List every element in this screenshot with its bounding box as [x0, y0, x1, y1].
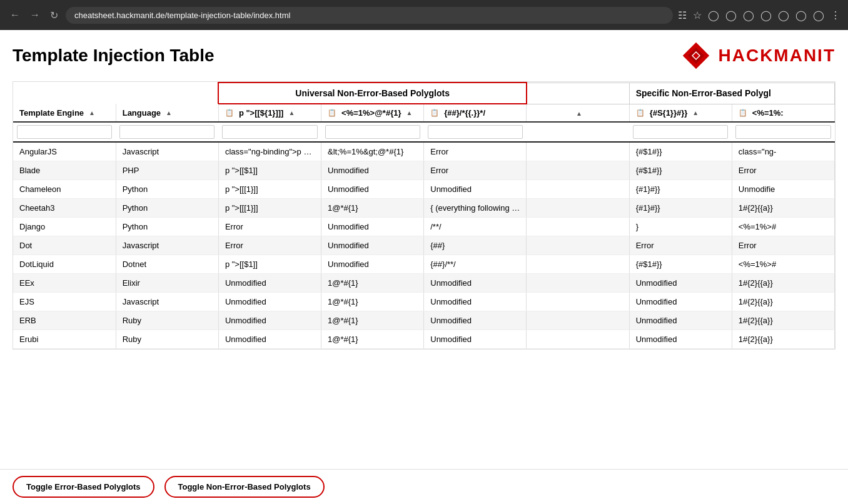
menu-icon[interactable]: ⋮	[830, 9, 840, 21]
table-cell-poly2: Unmodified	[321, 236, 424, 255]
table-cell-poly3: /**/	[424, 218, 527, 236]
logo-text: HACKMANIT	[718, 46, 835, 66]
table-row: BladePHPp ">[[$1]]UnmodifiedError{#$1#}}…	[13, 161, 835, 180]
table-row: AngularJSJavascriptclass="ng-binding">p …	[13, 142, 835, 161]
ext-icon4[interactable]: ◯	[778, 9, 789, 21]
table-cell-spec1: Unmodified	[629, 330, 732, 349]
table-cell-poly1: Unmodified	[218, 293, 321, 311]
table-cell-engine: Chameleon	[13, 180, 116, 199]
table-cell-poly2: &lt;%=1%&gt;@*#{1}	[321, 142, 424, 161]
filter-poly2-input[interactable]	[325, 125, 420, 139]
refresh-button[interactable]: ↻	[48, 7, 61, 24]
col-header-poly1[interactable]: 📋 p ">[[${1}]]] ▲	[218, 104, 321, 122]
copy-poly2-icon[interactable]: 📋	[328, 109, 336, 117]
filter-spec2-input[interactable]	[735, 125, 830, 139]
table-cell-lang: Dotnet	[116, 255, 218, 274]
filter-poly3-input[interactable]	[428, 125, 523, 139]
table-cell-poly1: class="ng-binding">p "&gt;[[$1]]	[218, 142, 321, 161]
table-cell-poly1: p ">[[$1]]	[218, 161, 321, 180]
table-cell-spec1: Error	[629, 236, 732, 255]
table-cell-poly3: { (everything following in same line rem…	[424, 199, 527, 218]
table-cell-spec2: 1#{2}{{a}}	[732, 330, 834, 349]
col-header-lang[interactable]: Language ▲	[116, 104, 218, 122]
col-header-poly3-sort[interactable]: ▲	[527, 104, 629, 122]
table-cell-poly1: p ">[[[1}]]	[218, 180, 321, 199]
copy-spec2-icon[interactable]: 📋	[739, 109, 747, 117]
table-cell-spec1: Unmodified	[629, 293, 732, 311]
copy-poly1-icon[interactable]: 📋	[225, 109, 234, 117]
table-cell-sort	[527, 293, 629, 311]
user-icon[interactable]: ◯	[813, 9, 824, 21]
sort-poly2-icon[interactable]: ▲	[406, 109, 413, 116]
table-cell-poly2: 1@*#{1}	[321, 199, 424, 218]
filter-engine-input[interactable]	[17, 125, 112, 139]
table-cell-poly3: {##}	[424, 236, 527, 255]
sort-spec1-icon[interactable]: ▲	[692, 109, 699, 116]
copy-spec1-icon[interactable]: 📋	[636, 109, 645, 117]
table-cell-lang: Javascript	[116, 142, 218, 161]
table-cell-sort	[527, 236, 629, 255]
table-row: ERBRubyUnmodified1@*#{1}UnmodifiedUnmodi…	[13, 311, 835, 330]
filter-poly1-input[interactable]	[222, 125, 317, 139]
table-cell-poly2: 1@*#{1}	[321, 330, 424, 349]
table-cell-spec2: Error	[732, 236, 834, 255]
specific-group-header: Specific Non-Error-Based Polygl	[629, 83, 834, 104]
filter-lang-cell	[116, 122, 218, 142]
col-header-engine[interactable]: Template Engine ▲	[13, 104, 116, 122]
table-cell-poly1: p ">[[[1}]]	[218, 199, 321, 218]
universal-group-header: Universal Non-Error-Based Polyglots	[218, 83, 527, 104]
table-cell-lang: Python	[116, 218, 218, 236]
table-cell-spec1: {#$1#}}	[629, 161, 732, 180]
filter-poly3-sort-cell	[527, 122, 629, 142]
browser-chrome: ← → ↻ cheatsheet.hackmanit.de/template-i…	[0, 0, 848, 30]
table-cell-lang: Javascript	[116, 236, 218, 255]
table-cell-poly3: Unmodified	[424, 330, 527, 349]
star-icon[interactable]: ☆	[693, 9, 702, 21]
sort-poly3-icon[interactable]: ▲	[576, 110, 582, 117]
table-cell-poly1: Error	[218, 236, 321, 255]
col-header-poly3[interactable]: 📋 {##}/*{{.}}*/	[424, 104, 527, 122]
table-cell-poly3: Unmodified	[424, 274, 527, 293]
table-row: DotJavascriptErrorUnmodified{##}ErrorErr…	[13, 236, 835, 255]
browser-icons: ☷ ☆ ◯ ◯ ◯ ◯ ◯ ◯ ◯ ⋮	[678, 9, 840, 21]
copy-poly3-icon[interactable]: 📋	[430, 109, 439, 117]
table-cell-sort	[527, 180, 629, 199]
ext-icon2[interactable]: ◯	[725, 9, 737, 21]
table-body: AngularJSJavascriptclass="ng-binding">p …	[13, 142, 835, 349]
ext-icon5[interactable]: ◯	[795, 9, 807, 21]
sort-lang-icon[interactable]: ▲	[166, 109, 172, 116]
translate-icon[interactable]: ☷	[678, 9, 687, 21]
table-cell-poly2: Unmodified	[321, 255, 424, 274]
col-header-poly2[interactable]: 📋 <%=1%>@*#{1} ▲	[321, 104, 424, 122]
table-cell-spec1: }	[629, 218, 732, 236]
table-cell-spec1: Unmodified	[629, 274, 732, 293]
ext-icon1[interactable]: ◯	[708, 9, 719, 21]
table-cell-poly1: p ">[[$1]]	[218, 255, 321, 274]
ext-icon3[interactable]: ◯	[760, 9, 772, 21]
filter-lang-input[interactable]	[119, 125, 215, 139]
table-cell-sort	[527, 330, 629, 349]
table-cell-poly2: 1@*#{1}	[321, 274, 424, 293]
address-bar[interactable]: cheatsheet.hackmanit.de/template-injecti…	[66, 7, 673, 24]
power-icon[interactable]: ◯	[743, 9, 754, 21]
page-title: Template Injection Table	[13, 46, 215, 66]
table-cell-engine: EJS	[13, 293, 116, 311]
table-cell-poly2: 1@*#{1}	[321, 311, 424, 330]
forward-button[interactable]: →	[28, 7, 43, 23]
logo-icon	[680, 40, 712, 71]
sort-engine-icon[interactable]: ▲	[89, 109, 95, 116]
filter-spec1-input[interactable]	[633, 125, 728, 139]
table-cell-poly2: Unmodified	[321, 218, 424, 236]
col-header-spec2[interactable]: 📋 <%=1%:	[732, 104, 834, 122]
col-header-spec1[interactable]: 📋 {#S{1}}#}} ▲	[629, 104, 732, 122]
table-cell-engine: ERB	[13, 311, 116, 330]
table-cell-poly3: Unmodified	[424, 180, 527, 199]
table-cell-poly3: Unmodified	[424, 311, 527, 330]
table-row: ErubiRubyUnmodified1@*#{1}UnmodifiedUnmo…	[13, 330, 835, 349]
back-button[interactable]: ←	[8, 7, 23, 23]
table-cell-sort	[527, 142, 629, 161]
table-cell-lang: Python	[116, 180, 218, 199]
table-cell-poly3: Error	[424, 142, 527, 161]
table-cell-spec2: 1#{2}{{a}}	[732, 274, 834, 293]
sort-poly1-icon[interactable]: ▲	[288, 109, 295, 116]
